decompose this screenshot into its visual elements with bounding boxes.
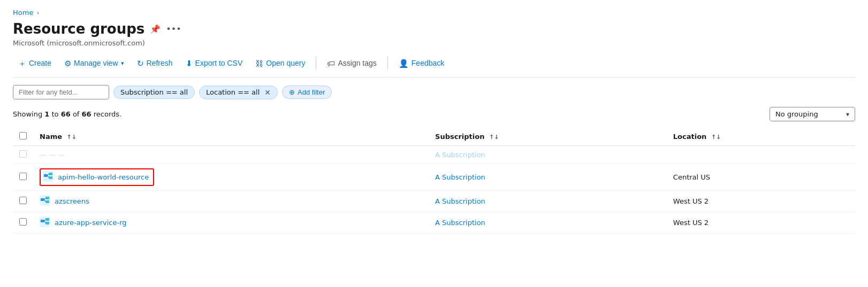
location-sort-icon[interactable]: ↑↓ [711, 134, 721, 141]
assign-tags-button[interactable]: 🏷 Assign tags [322, 56, 382, 71]
highlighted-name-wrapper: apim-hello-world-resource [40, 168, 154, 186]
add-filter-icon: ⊕ [289, 88, 295, 96]
page-title: Resource groups [13, 21, 144, 37]
toolbar-divider-2 [387, 57, 388, 69]
manage-view-button[interactable]: ⚙ Manage view ▾ [59, 56, 130, 71]
row-name-cell: azscreens [33, 191, 429, 212]
row-subscription-cell: A Subscription [429, 191, 667, 212]
create-button[interactable]: ＋ Create [13, 56, 57, 71]
row-name-cell: azure-app-service-rg [33, 212, 429, 234]
subscription-sort-icon[interactable]: ↑↓ [489, 134, 499, 141]
select-all-header [13, 128, 33, 146]
resource-group-icon [40, 195, 50, 207]
location-filter-close-icon[interactable]: ✕ [264, 88, 271, 97]
pin-icon[interactable]: 📌 [150, 24, 161, 34]
row-location-cell: West US 2 [667, 212, 855, 234]
resource-group-link[interactable]: azure-app-service-rg [55, 219, 127, 227]
records-row: Showing 1 to 66 of 66 records. No groupi… [13, 107, 855, 121]
row-subscription-cell: A Subscription [429, 212, 667, 234]
row-checkbox-cell [13, 164, 33, 191]
table-row: azure-app-service-rgA SubscriptionWest U… [13, 212, 855, 234]
location-column-header: Location ↑↓ [667, 128, 855, 146]
table-row: — — —A Subscription [13, 146, 855, 164]
download-icon: ⬇ [186, 59, 193, 67]
svg-rect-9 [45, 200, 49, 203]
plus-icon: ＋ [18, 59, 26, 67]
export-csv-button[interactable]: ⬇ Export to CSV [180, 56, 248, 71]
location-value: West US 2 [673, 219, 709, 227]
breadcrumb: Home › [13, 9, 855, 17]
name-column-header: Name ↑↓ [33, 128, 429, 146]
location-value: West US 2 [673, 197, 709, 205]
subscription-link[interactable]: A Subscription [435, 219, 485, 227]
resource-groups-table: Name ↑↓ Subscription ↑↓ Location ↑↓ — — … [13, 128, 855, 234]
svg-rect-7 [41, 198, 44, 201]
subscription-link[interactable]: A Subscription [435, 197, 485, 205]
grouping-chevron-icon: ▾ [846, 111, 849, 118]
row-checkbox-cell [13, 191, 33, 212]
toolbar-divider-1 [316, 57, 316, 69]
breadcrumb-separator: › [36, 9, 39, 17]
location-value: Central US [673, 173, 710, 181]
resource-group-link[interactable]: apim-hello-world-resource [58, 173, 149, 181]
breadcrumb-home[interactable]: Home [13, 9, 33, 17]
add-filter-button[interactable]: ⊕ Add filter [282, 86, 332, 99]
svg-rect-2 [49, 173, 52, 175]
svg-rect-8 [45, 197, 49, 199]
grouping-dropdown[interactable]: No grouping ▾ [770, 107, 855, 121]
refresh-button[interactable]: ↻ Refresh [132, 56, 178, 71]
row-checkbox[interactable] [19, 218, 27, 226]
gear-icon: ⚙ [64, 59, 71, 67]
subscription-filter-pill[interactable]: Subscription == all [113, 86, 195, 99]
row-name-cell: — — — [33, 146, 429, 164]
row-location-cell: Central US [667, 164, 855, 191]
select-all-checkbox[interactable] [19, 132, 27, 139]
name-wrapper: azscreens [40, 195, 422, 207]
table-row: azscreensA SubscriptionWest US 2 [13, 191, 855, 212]
toolbar: ＋ Create ⚙ Manage view ▾ ↻ Refresh ⬇ Exp… [13, 56, 855, 77]
filter-input[interactable] [13, 85, 109, 99]
feedback-icon: 👤 [399, 59, 409, 67]
name-sort-icon[interactable]: ↑↓ [67, 134, 77, 141]
subscription-link[interactable]: A Subscription [435, 173, 485, 181]
open-query-button[interactable]: ⛓ Open query [250, 56, 310, 71]
row-checkbox-cell [13, 212, 33, 234]
refresh-icon: ↻ [137, 59, 144, 67]
resource-group-icon [40, 216, 50, 229]
name-wrapper: azure-app-service-rg [40, 216, 422, 229]
row-location-cell: West US 2 [667, 191, 855, 212]
svg-rect-1 [44, 174, 48, 177]
query-icon: ⛓ [255, 59, 263, 67]
resource-group-icon [43, 171, 54, 183]
row-subscription-cell: A Subscription [429, 164, 667, 191]
subscription-column-header: Subscription ↑↓ [429, 128, 667, 146]
grouping-label: No grouping [775, 110, 842, 118]
row-checkbox-cell [13, 146, 33, 164]
row-checkbox[interactable] [19, 173, 27, 180]
page-subtitle: Microsoft (microsoft.onmicrosoft.com) [13, 39, 855, 47]
page-header: Resource groups 📌 ••• [13, 21, 855, 37]
chevron-down-icon: ▾ [121, 60, 124, 67]
row-checkbox[interactable] [19, 150, 27, 158]
feedback-button[interactable]: 👤 Feedback [393, 56, 450, 71]
records-count-text: Showing 1 to 66 of 66 records. [13, 110, 121, 118]
row-location-cell [667, 146, 855, 164]
row-name-cell: apim-hello-world-resource [33, 164, 429, 191]
table-row: apim-hello-world-resourceA SubscriptionC… [13, 164, 855, 191]
filter-bar: Subscription == all Location == all ✕ ⊕ … [13, 85, 855, 99]
location-filter-pill[interactable]: Location == all ✕ [199, 86, 278, 99]
svg-rect-14 [45, 218, 49, 221]
tag-icon: 🏷 [327, 59, 335, 67]
resource-group-link[interactable]: azscreens [55, 197, 89, 205]
row-subscription-cell: A Subscription [429, 146, 667, 164]
row-checkbox[interactable] [19, 197, 27, 204]
more-options-icon[interactable]: ••• [166, 24, 181, 34]
svg-rect-3 [49, 176, 52, 179]
svg-rect-15 [45, 222, 49, 224]
svg-rect-13 [41, 220, 44, 222]
